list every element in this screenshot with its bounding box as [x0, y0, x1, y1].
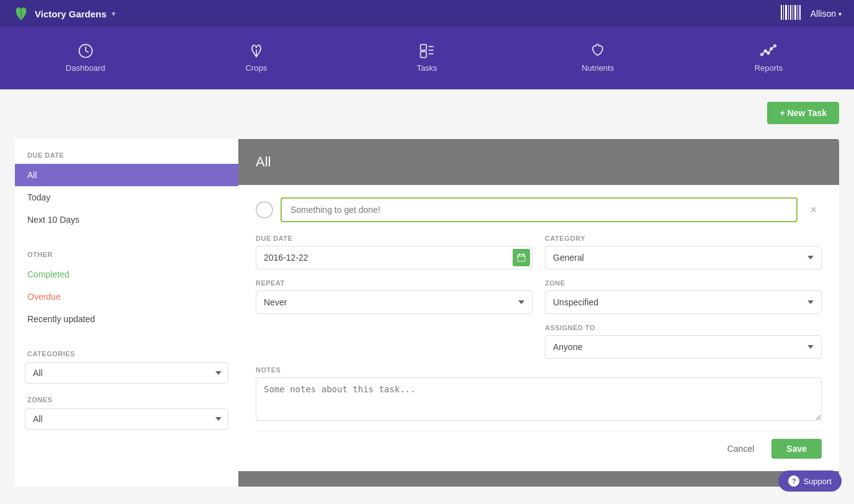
- category-select[interactable]: General Watering Harvesting Planting: [545, 246, 822, 269]
- svg-rect-0: [781, 5, 782, 20]
- due-date-control: [256, 246, 533, 269]
- sidebar-item-overdue[interactable]: Overdue: [15, 286, 238, 308]
- svg-rect-4: [790, 5, 791, 20]
- brand-name: Victory Gardens: [35, 9, 107, 19]
- support-label: Support: [803, 477, 832, 486]
- categories-select[interactable]: All General Watering Harvesting: [25, 362, 228, 384]
- save-button[interactable]: Save: [771, 439, 822, 459]
- panel-header: All: [238, 139, 839, 185]
- due-date-label: DUE DATE: [256, 235, 533, 242]
- notes-field: NOTES: [256, 366, 822, 421]
- support-icon: ?: [788, 475, 799, 487]
- nav-label-nutrients: Nutrients: [582, 63, 614, 73]
- svg-rect-21: [518, 254, 525, 261]
- nav-label-crops: Crops: [245, 63, 267, 73]
- calendar-button[interactable]: [513, 249, 530, 266]
- support-button[interactable]: ? Support: [778, 470, 842, 492]
- zone-field: ZONE Unspecified Zone A Zone B Zone C: [545, 279, 822, 314]
- nav-item-nutrients[interactable]: Nutrients: [513, 27, 683, 89]
- task-radio-button[interactable]: [256, 201, 273, 218]
- notes-label: NOTES: [256, 366, 822, 374]
- zone-label: ZONE: [545, 279, 822, 287]
- assigned-to-label: ASSIGNED TO: [545, 324, 822, 331]
- svg-point-20: [761, 53, 763, 56]
- sidebar-item-recently-updated[interactable]: Recently updated: [15, 308, 238, 330]
- svg-rect-1: [783, 5, 784, 20]
- calendar-icon: [517, 253, 526, 262]
- zone-select[interactable]: Unspecified Zone A Zone B Zone C: [545, 290, 822, 314]
- repeat-field: REPEAT Never Daily Weekly Monthly: [256, 279, 533, 314]
- repeat-label: REPEAT: [256, 279, 533, 287]
- repeat-select[interactable]: Never Daily Weekly Monthly: [256, 290, 533, 314]
- barcode-svg: [781, 5, 801, 20]
- brand[interactable]: Victory Gardens ▾: [12, 5, 115, 22]
- top-nav: Victory Gardens ▾ Allison ▾: [0, 0, 854, 27]
- cancel-button[interactable]: Cancel: [717, 439, 765, 459]
- brand-chevron: ▾: [112, 10, 115, 18]
- svg-rect-2: [785, 5, 787, 20]
- panel-title: All: [256, 154, 822, 170]
- zones-section-label: ZONES: [15, 389, 238, 408]
- svg-rect-7: [798, 5, 798, 20]
- sidebar-item-all[interactable]: All: [15, 164, 238, 186]
- secondary-nav: Dashboard Crops Tasks Nutrients: [0, 27, 854, 89]
- sidebar: DUE DATE All Today Next 10 Days OTHER Co…: [15, 139, 238, 487]
- svg-rect-12: [421, 52, 426, 57]
- nav-item-tasks[interactable]: Tasks: [341, 27, 512, 89]
- crops-icon: [248, 42, 265, 60]
- nav-label-dashboard: Dashboard: [66, 63, 106, 73]
- task-input-row: ×: [256, 197, 822, 222]
- task-close-button[interactable]: ×: [805, 201, 822, 219]
- due-date-input[interactable]: [256, 246, 533, 269]
- main-content: + New Task DUE DATE All Today Next 10 Da…: [0, 89, 854, 504]
- form-footer: Cancel Save: [256, 431, 822, 459]
- user-chevron: ▾: [838, 11, 842, 17]
- svg-rect-6: [794, 5, 796, 20]
- nav-right: Allison ▾: [781, 5, 842, 23]
- category-label: CATEGORY: [545, 235, 822, 242]
- assigned-to-field: ASSIGNED TO Anyone Allison: [545, 324, 822, 359]
- notes-textarea[interactable]: [256, 377, 822, 421]
- task-form-grid: DUE DATE: [256, 235, 822, 359]
- task-form: × DUE DATE: [238, 185, 839, 471]
- nav-item-crops[interactable]: Crops: [171, 27, 341, 89]
- zones-select[interactable]: All: [25, 408, 228, 430]
- sidebar-item-completed[interactable]: Completed: [15, 263, 238, 286]
- nav-item-dashboard[interactable]: Dashboard: [0, 27, 171, 89]
- sidebar-item-today[interactable]: Today: [15, 186, 238, 209]
- new-task-button[interactable]: + New Task: [767, 102, 839, 124]
- task-title-input[interactable]: [281, 197, 798, 222]
- barcode-icon[interactable]: [781, 5, 801, 23]
- reports-icon: [760, 42, 777, 60]
- other-section-label: OTHER: [15, 243, 238, 263]
- content-layout: DUE DATE All Today Next 10 Days OTHER Co…: [15, 139, 839, 487]
- due-date-section-label: DUE DATE: [15, 151, 238, 164]
- zones-dropdown-row: All: [15, 408, 238, 434]
- svg-rect-8: [799, 5, 801, 20]
- categories-section-label: CATEGORIES: [15, 343, 238, 362]
- categories-dropdown-row: All General Watering Harvesting: [15, 362, 238, 389]
- nav-item-reports[interactable]: Reports: [683, 27, 854, 89]
- assigned-to-select[interactable]: Anyone Allison: [545, 335, 822, 359]
- dashboard-icon: [77, 42, 94, 60]
- due-date-field: DUE DATE: [256, 235, 533, 269]
- svg-rect-11: [421, 45, 426, 50]
- sidebar-item-next10[interactable]: Next 10 Days: [15, 209, 238, 231]
- svg-rect-5: [793, 5, 793, 20]
- user-name: Allison: [811, 9, 836, 19]
- category-field: CATEGORY General Watering Harvesting Pla…: [545, 235, 822, 269]
- tasks-icon: [418, 42, 436, 60]
- nav-label-reports: Reports: [755, 63, 783, 73]
- nutrients-icon: [589, 42, 606, 60]
- svg-rect-3: [788, 5, 789, 20]
- brand-logo-icon: [12, 5, 30, 22]
- nav-label-tasks: Tasks: [416, 63, 437, 73]
- main-panel: All × DUE DATE: [238, 139, 839, 487]
- user-menu[interactable]: Allison ▾: [811, 9, 842, 19]
